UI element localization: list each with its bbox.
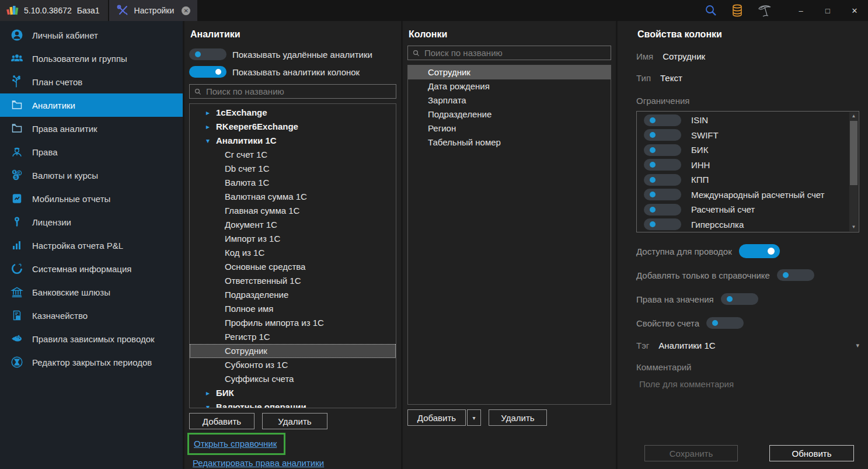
- tree-group[interactable]: 1cExchange: [190, 106, 396, 120]
- tree-item-selected[interactable]: Сотрудник: [190, 344, 396, 358]
- scrollbar[interactable]: ▲ ▼: [849, 112, 858, 231]
- sidebar-item-rights[interactable]: Права: [0, 140, 183, 164]
- available-for-postings-toggle[interactable]: [739, 244, 780, 258]
- sidebar-item-licenses[interactable]: Лицензии: [0, 210, 183, 234]
- sidebar-item-analytics-rights[interactable]: Права аналитик: [0, 117, 183, 140]
- tree-item[interactable]: Ответственный 1С: [190, 274, 396, 288]
- tree-item[interactable]: Субконто из 1С: [190, 358, 396, 372]
- sidebar-item-closed-periods-editor[interactable]: Редактор закрытых периодов: [0, 350, 183, 374]
- restriction-toggle[interactable]: [644, 129, 681, 141]
- beach-umbrella-icon[interactable]: [757, 3, 772, 18]
- value-rights-toggle[interactable]: [721, 293, 758, 305]
- tree-item[interactable]: Профиль импорта из 1С: [190, 316, 396, 330]
- refresh-button[interactable]: Обновить: [769, 445, 854, 461]
- save-button[interactable]: Сохранить: [644, 445, 738, 461]
- tree-item[interactable]: Основные средства: [190, 260, 396, 274]
- sidebar: Личный кабинет Пользователи и группы Пла…: [0, 21, 183, 469]
- add-column-button[interactable]: Добавить: [407, 409, 466, 426]
- tree-group[interactable]: Валютные операции: [190, 400, 396, 408]
- properties-panel-title: Свойства колонки: [637, 29, 859, 40]
- restriction-toggle[interactable]: [644, 174, 681, 186]
- list-item-selected[interactable]: Сотрудник: [408, 65, 611, 79]
- sidebar-item-dependent-postings-rules[interactable]: Правила зависимых проводок: [0, 327, 183, 350]
- type-value[interactable]: Текст: [660, 73, 682, 83]
- tree-item[interactable]: Документ 1С: [190, 218, 396, 232]
- account-property-toggle[interactable]: [706, 317, 744, 329]
- minimize-button[interactable]: –: [787, 0, 814, 21]
- tree-item[interactable]: Валюта 1С: [190, 176, 396, 190]
- add-analytics-button[interactable]: Добавить: [189, 413, 255, 429]
- list-item[interactable]: Дата рождения: [408, 79, 611, 93]
- tree-item[interactable]: Суффиксы счета: [190, 372, 396, 386]
- tree-item[interactable]: Регистр 1С: [190, 330, 396, 344]
- chevron-down-icon[interactable]: [856, 342, 859, 349]
- restriction-toggle[interactable]: [644, 159, 681, 171]
- search-icon[interactable]: [705, 4, 717, 17]
- switch-label: Доступна для проводок: [636, 246, 732, 256]
- scroll-thumb[interactable]: [850, 121, 857, 185]
- close-button[interactable]: ✕: [841, 0, 868, 21]
- sidebar-item-system-info[interactable]: Системная информация: [0, 257, 183, 280]
- sidebar-item-currencies-rates[interactable]: S¥€ Валюты и курсы: [0, 164, 183, 187]
- list-item[interactable]: Регион: [408, 121, 611, 136]
- tree-item[interactable]: Подразделение: [190, 288, 396, 302]
- tree-item[interactable]: Db счет 1С: [190, 162, 396, 176]
- tree-item[interactable]: Полное имя: [190, 302, 396, 316]
- switch-label: Свойство счета: [636, 318, 699, 328]
- restriction-toggle[interactable]: [644, 144, 681, 156]
- name-value[interactable]: Сотрудник: [663, 51, 705, 61]
- toggle-knob: [650, 207, 656, 213]
- edit-analytics-rights-link[interactable]: Редактировать права аналитики: [193, 458, 324, 468]
- maximize-button[interactable]: □: [814, 0, 841, 21]
- show-deleted-analytics-toggle[interactable]: [189, 48, 226, 60]
- tree-item[interactable]: Код из 1С: [190, 246, 396, 260]
- toggle-knob: [727, 296, 733, 302]
- sidebar-item-mobile-reports[interactable]: Мобильные отчеты: [0, 187, 183, 210]
- tree-group[interactable]: RKeeper6Exchange: [190, 120, 396, 134]
- list-item[interactable]: Табельный номер: [408, 136, 611, 150]
- chevron-right-icon[interactable]: [206, 106, 210, 120]
- add-only-in-reference-toggle[interactable]: [777, 269, 814, 281]
- sidebar-item-analytics[interactable]: Аналитики: [0, 93, 183, 117]
- database-icon[interactable]: [730, 4, 744, 18]
- sidebar-item-chart-of-accounts[interactable]: План счетов: [0, 70, 183, 93]
- open-reference-link[interactable]: Открыть справочник: [194, 439, 277, 449]
- toggle-knob: [650, 132, 656, 138]
- tree-item[interactable]: Cr счет 1С: [190, 148, 396, 162]
- sidebar-item-pnl-report-settings[interactable]: Настройка отчета P&L: [0, 234, 183, 257]
- tree-item[interactable]: Главная сумма 1С: [190, 204, 396, 218]
- sidebar-item-personal-cabinet[interactable]: Личный кабинет: [0, 23, 183, 47]
- tree-group[interactable]: Аналитики 1С: [190, 134, 396, 148]
- show-column-analytics-toggle[interactable]: [189, 66, 226, 78]
- system-info-icon: [11, 262, 23, 275]
- tag-dropdown[interactable]: Тэг Аналитики 1С: [636, 341, 859, 350]
- sidebar-item-users-groups[interactable]: Пользователи и группы: [0, 47, 183, 70]
- list-item[interactable]: Подразделение: [408, 107, 611, 121]
- tab-settings[interactable]: Настройки ✕: [109, 0, 198, 21]
- key-icon: [11, 216, 23, 228]
- restriction-toggle[interactable]: [644, 114, 681, 126]
- tree-group[interactable]: БИК: [190, 386, 396, 400]
- chevron-down-icon[interactable]: [206, 400, 210, 408]
- comment-field[interactable]: Поле для комментария: [636, 379, 859, 389]
- sidebar-item-bank-gateways[interactable]: Банковские шлюзы: [0, 280, 183, 304]
- sidebar-item-label: Системная информация: [32, 264, 131, 274]
- add-column-dropdown-button[interactable]: [467, 409, 481, 426]
- chevron-down-icon[interactable]: [206, 134, 210, 148]
- tree-item[interactable]: Импорт из 1С: [190, 232, 396, 246]
- restriction-toggle[interactable]: [644, 204, 681, 216]
- delete-analytics-button[interactable]: Удалить: [262, 413, 327, 429]
- list-item[interactable]: Зарплата: [408, 93, 611, 107]
- analytics-search-input[interactable]: Поиск по названию: [189, 84, 396, 99]
- scroll-up-icon[interactable]: ▲: [849, 112, 858, 120]
- restriction-toggle[interactable]: [644, 189, 681, 200]
- chevron-right-icon[interactable]: [206, 120, 210, 134]
- delete-column-button[interactable]: Удалить: [489, 409, 547, 426]
- scroll-down-icon[interactable]: ▼: [849, 223, 858, 231]
- sidebar-item-treasury[interactable]: $ Казначейство: [0, 304, 183, 327]
- tab-close-icon[interactable]: ✕: [182, 6, 190, 15]
- restriction-toggle[interactable]: [644, 218, 681, 230]
- tree-item[interactable]: Валютная сумма 1С: [190, 190, 396, 204]
- chevron-right-icon[interactable]: [206, 386, 210, 400]
- columns-search-input[interactable]: Поиск по названию: [407, 46, 611, 60]
